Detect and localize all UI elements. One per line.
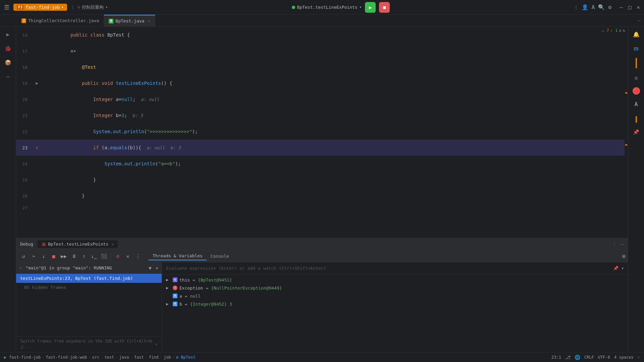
run-status-item[interactable]: ▶ — [4, 355, 6, 360]
settings-icon[interactable]: ⚙ — [608, 4, 611, 10]
user-icon[interactable]: 👤 — [582, 4, 588, 10]
translate-icon[interactable]: A — [592, 4, 595, 10]
red-badge-icon[interactable]: 🔴 — [633, 87, 640, 95]
debug-session-close[interactable]: ✕ — [111, 242, 114, 247]
stop-debug-button[interactable]: ■ — [49, 252, 58, 261]
letter-a-icon[interactable]: A — [632, 99, 641, 109]
var-item-exception[interactable]: ▶ ! Exception = {NullPointerException@94… — [162, 284, 628, 292]
sidebar-icon-more[interactable]: ⋯ — [3, 72, 13, 81]
bc-fast[interactable]: fast — [134, 355, 144, 360]
tab-close-icon[interactable]: ✕ — [148, 19, 150, 23]
bc-test[interactable]: test — [104, 355, 114, 360]
line-num-14: 14 — [16, 33, 33, 38]
bc-module[interactable]: fast-find-job-web — [46, 355, 87, 360]
line-content-23: if (a.equals(b)){ a: nullb: 3 — [41, 140, 628, 156]
run-button[interactable]: ▶ — [365, 2, 376, 13]
run-play-icon: ▶ — [4, 355, 6, 360]
line-icon-run-19[interactable]: ▶ — [33, 81, 41, 86]
var-item-a[interactable]: ▶ f a = null — [162, 292, 628, 300]
main-area: ▶ 🐞 📦 ⋯ ⚠ 7 ✓ 1 ∧ ∨ 14 public class BpTe… — [0, 27, 644, 352]
rerun-button[interactable]: ↺ — [19, 252, 28, 261]
pause-button[interactable]: ⏸ — [69, 252, 78, 261]
sidebar-icon-debug[interactable]: 🐞 — [3, 44, 13, 53]
eval-placeholder[interactable]: Evaluate expression (Enter) or add a wat… — [166, 266, 613, 271]
maximize-button[interactable]: □ — [628, 4, 632, 10]
java-file-icon: J — [21, 18, 26, 23]
bc-src[interactable]: src — [92, 355, 99, 360]
run-config-selector[interactable]: BpTest.testLineExPoints ▾ — [292, 5, 362, 10]
tab-more-button[interactable]: ⋯ — [638, 18, 644, 23]
hamburger-icon[interactable]: ☰ — [4, 4, 9, 11]
resume-button[interactable]: ▶▶ — [59, 252, 68, 261]
tab-console[interactable]: Console — [207, 252, 233, 260]
pin-icon[interactable]: 📌 — [613, 266, 619, 271]
frame-item-selected[interactable]: testLineExPoints:23, BpTest (fast.find.j… — [16, 274, 162, 283]
bc-job[interactable]: job — [164, 355, 171, 360]
debug-more-button[interactable]: ⋮ — [612, 242, 616, 247]
variables-list: ▶ t this = {BpTest@9451} ▶ ! Exception = — [162, 274, 628, 352]
stop-button[interactable]: ■ — [379, 2, 390, 13]
notifications-icon[interactable]: 🔔 — [632, 30, 641, 39]
statusbar-left: ▶ fast-find-job › fast-find-job-web › sr… — [4, 355, 547, 360]
bc-java[interactable]: java — [119, 355, 129, 360]
close-button[interactable]: ✕ — [637, 4, 640, 10]
frames-panel: ✓ "main"@1 in group "main": RUNNING ▼ ▾ … — [16, 262, 162, 352]
control-layer-button[interactable]: ⑂ 控制层重构 ▾ — [77, 4, 108, 10]
var-item-this[interactable]: ▶ t this = {BpTest@9451} — [162, 276, 628, 284]
sidebar-icon-play[interactable]: ▶ — [3, 30, 13, 39]
search-icon[interactable]: 🔍 — [598, 4, 605, 10]
titlebar-actions: ⋮ 👤 A 🔍 ⚙ — [574, 4, 611, 10]
debug-session-tab[interactable]: 🐞 BpTest.testLineExPoints ✕ — [37, 240, 118, 248]
bc-bptest[interactable]: ⚙ BpTest — [176, 355, 196, 360]
run-config-dropdown[interactable]: ▾ — [360, 5, 362, 9]
bookmark-icon[interactable]: 📌 — [632, 127, 641, 137]
step-out-button[interactable]: ↑ — [79, 252, 89, 261]
gear-right-icon[interactable]: ⚙ — [632, 73, 641, 83]
expand-icon[interactable]: ▾ — [156, 265, 158, 271]
step-into-button[interactable]: ↓ — [39, 252, 48, 261]
locale-icon[interactable]: 🌐 — [575, 355, 580, 360]
minimize-button[interactable]: — — [620, 4, 623, 10]
layout-button[interactable]: ⊞ — [622, 253, 625, 259]
m-icon[interactable]: m — [632, 44, 641, 53]
expand-b[interactable]: ▶ — [166, 302, 171, 306]
bc-find[interactable]: find — [149, 355, 159, 360]
sidebar-icon-package[interactable]: 📦 — [3, 58, 13, 67]
tab-threads-variables[interactable]: Threads & Variables — [149, 252, 207, 260]
filter-icon[interactable]: ▼ — [149, 265, 151, 271]
line-num-21: 21 — [16, 113, 33, 118]
eval-actions: 📌 ▾ — [613, 266, 624, 271]
run-to-cursor-button[interactable]: ↓⎯ — [89, 252, 99, 261]
line-num-19: 19 — [16, 81, 33, 86]
tab-thing-collect[interactable]: J ThingCollectController.java — [17, 15, 104, 27]
var-item-b[interactable]: ▶ f b = {Integer@9452} 3 — [162, 300, 628, 308]
more-icon[interactable]: ⋮ — [574, 5, 578, 10]
line-content-17: ≡▾ — [41, 43, 628, 59]
clear-all-button[interactable]: ✕ — [123, 252, 132, 261]
tab-bptest[interactable]: B BpTest.java ✕ — [104, 15, 155, 27]
crlf-label[interactable]: CRLF — [584, 355, 594, 360]
eval-dropdown[interactable]: ▾ — [621, 266, 624, 271]
breakpoint-icon-23[interactable]: ⚡ — [33, 145, 41, 151]
tab-bptest-label: BpTest.java — [115, 18, 144, 23]
step-over-button[interactable]: ↷ — [29, 252, 38, 261]
frame-item-hidden[interactable]: 85 hidden frames — [16, 283, 162, 292]
debug-minimize-button[interactable]: — — [621, 241, 624, 247]
mute-breakpoints-button[interactable]: ⊘ — [113, 252, 122, 261]
expand-this[interactable]: ▶ — [166, 277, 171, 282]
line-content-19: public void testLineExPoints() { — [41, 75, 628, 91]
debug-toolbar: ↺ ↷ ↓ ■ ▶▶ ⏸ ↑ ↓⎯ ⬛ ⊘ ✕ ⋮ Threads & Vari… — [16, 250, 628, 262]
indent-label[interactable]: 4 spaces — [614, 355, 634, 360]
project-dropdown-icon[interactable]: ▾ — [61, 5, 64, 9]
code-line-18: 18 @Test — [16, 59, 628, 75]
evaluate-button[interactable]: ⬛ — [99, 252, 109, 261]
left-sidebar: ▶ 🐞 📦 ⋯ — [0, 27, 16, 352]
debug-more-tools[interactable]: ⋮ — [133, 252, 143, 261]
bc-project[interactable]: fast-find-job — [9, 355, 41, 360]
expand-exception[interactable]: ▶ — [166, 286, 171, 290]
git-branch-icon[interactable]: ⎇ — [565, 355, 571, 360]
project-button[interactable]: FJ fast-find-job ▾ — [13, 4, 67, 11]
cursor-position[interactable]: 23:1 — [551, 355, 561, 360]
hint-close[interactable]: ✕ — [155, 342, 158, 347]
encoding-label[interactable]: UTF-8 — [598, 355, 610, 360]
